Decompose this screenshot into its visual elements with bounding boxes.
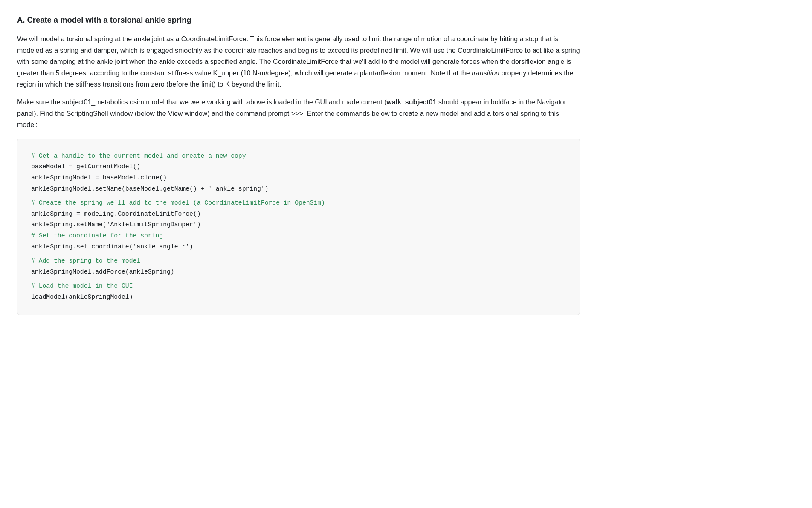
section-title: A. Create a model with a torsional ankle…: [17, 14, 580, 26]
code-line-comment-1: # Get a handle to the current model and …: [31, 151, 566, 162]
code-line-1: baseModel = getCurrentModel(): [31, 162, 566, 173]
code-spacer-3: [31, 278, 566, 281]
code-line-5: ankleSpring.setName('AnkleLimitSpringDam…: [31, 219, 566, 231]
code-line-comment-2: # Create the spring we'll add to the mod…: [31, 198, 566, 209]
code-line-comment-4: # Add the spring to the model: [31, 256, 566, 267]
code-spacer-2: [31, 253, 566, 256]
code-line-6: ankleSpring.set_coordinate('ankle_angle_…: [31, 242, 566, 253]
code-line-2: ankleSpringModel = baseModel.clone(): [31, 173, 566, 184]
code-block: # Get a handle to the current model and …: [17, 139, 580, 315]
paragraph-2: Make sure the subject01_metabolics.osim …: [17, 97, 580, 130]
code-line-4: ankleSpring = modeling.CoordinateLimitFo…: [31, 209, 566, 220]
code-line-comment-5: # Load the model in the GUI: [31, 281, 566, 292]
code-line-8: loadModel(ankleSpringModel): [31, 292, 566, 303]
bold-inline: walk_subject01: [386, 98, 436, 106]
code-line-3: ankleSpringModel.setName(baseModel.getNa…: [31, 184, 566, 195]
paragraph-1: We will model a torsional spring at the …: [17, 34, 580, 90]
code-line-7: ankleSpringModel.addForce(ankleSpring): [31, 267, 566, 278]
code-line-comment-3: # Set the coordinate for the spring: [31, 231, 566, 242]
code-spacer-1: [31, 195, 566, 198]
